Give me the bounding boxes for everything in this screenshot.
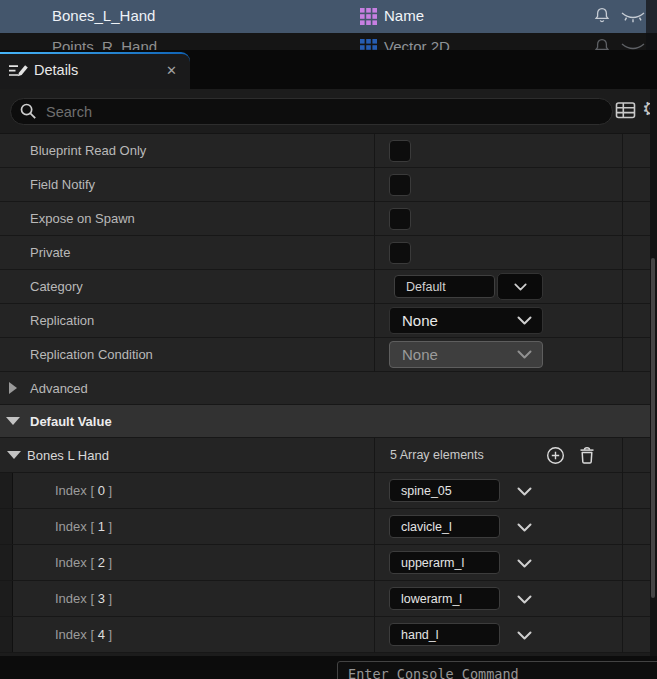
array-element-row: Index [ 4 ] hand_l [0, 617, 650, 653]
chevron-down-icon [514, 283, 527, 291]
eye-closed-icon[interactable] [620, 41, 646, 50]
checkbox-private[interactable] [389, 242, 411, 264]
property-row-category: Category Default [0, 270, 650, 304]
search-icon [19, 102, 38, 121]
replication-condition-dropdown: None [389, 341, 543, 368]
bone-name-input[interactable]: clavicle_l [389, 515, 500, 538]
replication-dropdown[interactable]: None [389, 307, 543, 334]
chevron-down-icon[interactable] [517, 487, 532, 496]
property-label: Private [30, 245, 70, 260]
section-label: Advanced [30, 381, 88, 396]
property-row-private: Private [0, 236, 650, 270]
property-label: Blueprint Read Only [30, 143, 146, 158]
expander-collapsed-icon[interactable] [9, 382, 17, 394]
chevron-down-icon [517, 316, 532, 325]
array-summary: 5 Array elements [390, 448, 484, 462]
display-filter-table-icon[interactable] [615, 101, 636, 120]
expander-expanded-icon[interactable] [6, 417, 20, 425]
property-row-bones-l-hand[interactable]: Bones L Hand 5 Array elements [0, 438, 650, 473]
replication-condition-value: None [390, 346, 517, 363]
bell-icon[interactable] [592, 37, 612, 50]
property-label: Category [30, 279, 83, 294]
reset-column-divider [622, 438, 623, 653]
bone-name-input[interactable]: hand_l [389, 623, 500, 646]
expander-expanded-icon[interactable] [7, 451, 21, 459]
array-element-row: Index [ 0 ] spine_05 [0, 473, 650, 509]
property-label: Expose on Spawn [30, 211, 135, 226]
checkbox-field-notify[interactable] [389, 174, 411, 196]
console-command-input[interactable]: Enter Console Command [337, 661, 657, 679]
category-dropdown-button[interactable] [497, 273, 543, 300]
chevron-down-icon[interactable] [517, 559, 532, 568]
property-label: Replication Condition [30, 347, 153, 362]
status-bar: Content Drawer Output Log Cmd [0, 656, 657, 679]
name-value-divider [374, 134, 375, 372]
details-panel: Search ⚙ Blueprint Read Only Field Notif… [0, 89, 657, 656]
replication-value: None [390, 312, 517, 329]
property-row-replication: Replication None [0, 304, 650, 338]
array-element-row: Index [ 1 ] clavicle_l [0, 509, 650, 545]
property-row-replication-condition: Replication Condition None [0, 338, 650, 372]
variable-list-gutter [646, 0, 657, 33]
variable-name: Points_R_Hand [52, 38, 157, 50]
index-label: Index [ 3 ] [55, 591, 112, 606]
variable-name: Bones_L_Hand [52, 7, 155, 24]
indent-guide [0, 473, 13, 508]
delete-all-elements-trash-icon[interactable] [578, 445, 596, 465]
name-value-divider [374, 438, 375, 653]
vector2d-type-grid-icon [360, 39, 377, 50]
array-element-row: Index [ 2 ] upperarm_l [0, 545, 650, 581]
bone-name-input[interactable]: lowerarm_l [389, 587, 500, 610]
search-row: Search ⚙ [0, 89, 657, 133]
bone-name-input[interactable]: upperarm_l [389, 551, 500, 574]
indent-guide [0, 509, 13, 544]
chevron-down-icon[interactable] [517, 595, 532, 604]
property-label: Replication [30, 313, 94, 328]
index-label: Index [ 2 ] [55, 555, 112, 570]
unreal-editor-window: Bones_L_Hand Name [0, 0, 657, 679]
chevron-down-icon[interactable] [517, 523, 532, 532]
variable-row-selected[interactable]: Bones_L_Hand Name [0, 0, 646, 33]
array-property-label: Bones L Hand [27, 448, 109, 463]
indent-guide [0, 581, 13, 616]
indent-guide [0, 545, 13, 580]
bone-name-input[interactable]: spine_05 [389, 479, 500, 502]
search-input[interactable]: Search [10, 98, 613, 125]
tab-details[interactable]: Details ✕ [0, 52, 190, 89]
scrollbar-thumb[interactable] [651, 258, 655, 598]
variable-type-label: Name [384, 7, 424, 24]
variable-list: Bones_L_Hand Name [0, 0, 657, 50]
details-tab-bar: Details ✕ [0, 50, 657, 89]
bell-icon[interactable] [592, 6, 612, 26]
tab-close-icon[interactable]: ✕ [166, 63, 177, 78]
checkbox-blueprint-read-only[interactable] [389, 140, 411, 162]
array-element-row: Index [ 3 ] lowerarm_l [0, 581, 650, 617]
property-row-field-notify: Field Notify [0, 168, 650, 202]
section-row-default-value[interactable]: Default Value [0, 405, 650, 438]
tab-body: Details ✕ [0, 54, 190, 89]
variable-row[interactable]: Points_R_Hand Vector 2D [0, 33, 646, 50]
section-row-advanced[interactable]: Advanced [0, 372, 650, 405]
property-label: Field Notify [30, 177, 95, 192]
index-label: Index [ 0 ] [55, 483, 112, 498]
indent-guide [0, 617, 13, 652]
property-row-expose-on-spawn: Expose on Spawn [0, 202, 650, 236]
chevron-down-icon[interactable] [517, 631, 532, 640]
chevron-down-icon [517, 350, 532, 359]
scrollbar-track[interactable] [650, 89, 657, 656]
reset-column-divider [622, 134, 623, 372]
index-label: Index [ 1 ] [55, 519, 112, 534]
details-pencil-icon [6, 60, 28, 82]
eye-closed-icon[interactable] [620, 10, 646, 25]
index-label: Index [ 4 ] [55, 627, 112, 642]
property-row-blueprint-read-only: Blueprint Read Only [0, 134, 650, 168]
add-element-icon[interactable] [546, 446, 565, 465]
console-command-placeholder: Enter Console Command [348, 666, 519, 679]
section-label: Default Value [30, 414, 112, 429]
category-text-input[interactable]: Default [394, 275, 495, 298]
name-type-grid-icon [360, 8, 377, 25]
checkbox-expose-on-spawn[interactable] [389, 208, 411, 230]
category-value: Default [395, 280, 446, 294]
search-placeholder: Search [46, 104, 92, 120]
variable-type-label: Vector 2D [384, 38, 450, 50]
